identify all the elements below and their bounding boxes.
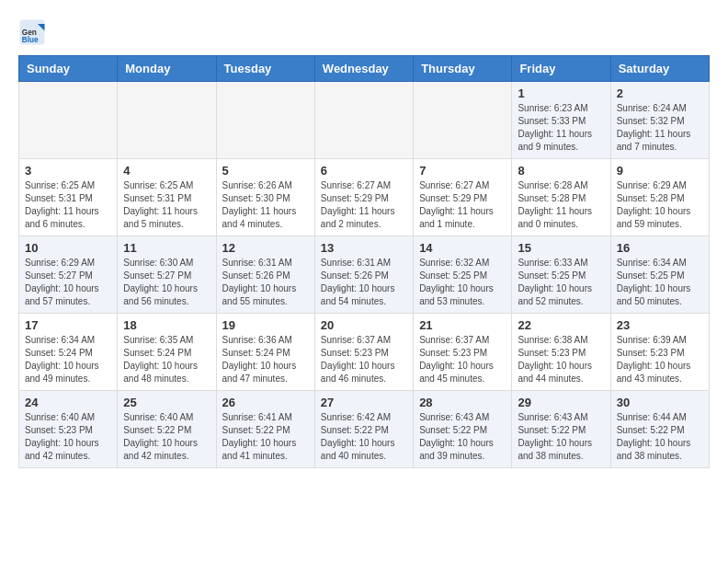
day-number: 9: [617, 164, 703, 178]
day-info: Sunrise: 6:41 AM Sunset: 5:22 PM Dayligh…: [222, 411, 309, 463]
calendar-day-5: 5Sunrise: 6:26 AM Sunset: 5:30 PM Daylig…: [216, 159, 314, 236]
day-number: 17: [25, 318, 111, 332]
calendar-day-empty: [216, 82, 314, 159]
day-info: Sunrise: 6:23 AM Sunset: 5:33 PM Dayligh…: [518, 102, 604, 154]
day-number: 7: [419, 164, 506, 178]
calendar-day-empty: [414, 82, 512, 159]
day-number: 19: [222, 318, 309, 332]
calendar-day-empty: [314, 82, 413, 159]
day-number: 16: [617, 241, 703, 255]
calendar-day-6: 6Sunrise: 6:27 AM Sunset: 5:29 PM Daylig…: [314, 159, 413, 236]
day-info: Sunrise: 6:24 AM Sunset: 5:32 PM Dayligh…: [617, 102, 703, 154]
day-info: Sunrise: 6:40 AM Sunset: 5:23 PM Dayligh…: [25, 411, 111, 463]
day-info: Sunrise: 6:44 AM Sunset: 5:22 PM Dayligh…: [617, 411, 703, 463]
day-info: Sunrise: 6:25 AM Sunset: 5:31 PM Dayligh…: [25, 179, 111, 231]
day-number: 11: [123, 241, 210, 255]
day-info: Sunrise: 6:25 AM Sunset: 5:31 PM Dayligh…: [123, 179, 210, 231]
calendar-day-12: 12Sunrise: 6:31 AM Sunset: 5:26 PM Dayli…: [216, 236, 314, 314]
day-number: 10: [25, 241, 111, 255]
calendar-day-30: 30Sunrise: 6:44 AM Sunset: 5:22 PM Dayli…: [610, 391, 709, 468]
calendar-week-row: 1Sunrise: 6:23 AM Sunset: 5:33 PM Daylig…: [19, 82, 710, 159]
day-number: 27: [321, 396, 407, 409]
weekday-header-wednesday: Wednesday: [314, 56, 413, 82]
calendar-day-21: 21Sunrise: 6:37 AM Sunset: 5:23 PM Dayli…: [414, 314, 512, 391]
weekday-header-monday: Monday: [118, 56, 216, 82]
day-info: Sunrise: 6:43 AM Sunset: 5:22 PM Dayligh…: [419, 411, 506, 463]
day-info: Sunrise: 6:34 AM Sunset: 5:24 PM Dayligh…: [25, 334, 111, 385]
day-info: Sunrise: 6:29 AM Sunset: 5:27 PM Dayligh…: [25, 257, 111, 308]
calendar-day-17: 17Sunrise: 6:34 AM Sunset: 5:24 PM Dayli…: [19, 314, 118, 391]
calendar-day-9: 9Sunrise: 6:29 AM Sunset: 5:28 PM Daylig…: [610, 159, 709, 236]
calendar-day-11: 11Sunrise: 6:30 AM Sunset: 5:27 PM Dayli…: [118, 236, 216, 314]
day-info: Sunrise: 6:32 AM Sunset: 5:25 PM Dayligh…: [419, 257, 506, 308]
day-number: 22: [518, 318, 604, 332]
day-info: Sunrise: 6:31 AM Sunset: 5:26 PM Dayligh…: [222, 257, 309, 308]
day-number: 5: [222, 164, 309, 178]
day-info: Sunrise: 6:28 AM Sunset: 5:28 PM Dayligh…: [518, 179, 604, 231]
weekday-header-tuesday: Tuesday: [216, 56, 314, 82]
day-number: 1: [518, 86, 604, 100]
day-info: Sunrise: 6:29 AM Sunset: 5:28 PM Dayligh…: [617, 179, 703, 231]
day-info: Sunrise: 6:30 AM Sunset: 5:27 PM Dayligh…: [123, 257, 210, 308]
logo: Gen Blue: [18, 18, 51, 46]
calendar: SundayMondayTuesdayWednesdayThursdayFrid…: [18, 55, 710, 468]
day-number: 13: [321, 241, 407, 255]
svg-text:Blue: Blue: [22, 36, 39, 44]
weekday-header-saturday: Saturday: [610, 56, 709, 82]
weekday-header-thursday: Thursday: [414, 56, 512, 82]
day-number: 2: [617, 86, 703, 100]
calendar-day-25: 25Sunrise: 6:40 AM Sunset: 5:22 PM Dayli…: [118, 391, 216, 468]
header: Gen Blue: [18, 18, 710, 46]
day-info: Sunrise: 6:27 AM Sunset: 5:29 PM Dayligh…: [321, 179, 407, 231]
calendar-day-24: 24Sunrise: 6:40 AM Sunset: 5:23 PM Dayli…: [19, 391, 118, 468]
logo-icon: Gen Blue: [18, 18, 46, 46]
day-info: Sunrise: 6:31 AM Sunset: 5:26 PM Dayligh…: [321, 257, 407, 308]
day-number: 14: [419, 241, 506, 255]
day-info: Sunrise: 6:26 AM Sunset: 5:30 PM Dayligh…: [222, 179, 309, 231]
day-info: Sunrise: 6:43 AM Sunset: 5:22 PM Dayligh…: [518, 411, 604, 463]
calendar-day-19: 19Sunrise: 6:36 AM Sunset: 5:24 PM Dayli…: [216, 314, 314, 391]
calendar-week-row: 10Sunrise: 6:29 AM Sunset: 5:27 PM Dayli…: [19, 236, 710, 314]
calendar-day-16: 16Sunrise: 6:34 AM Sunset: 5:25 PM Dayli…: [610, 236, 709, 314]
day-number: 4: [123, 164, 210, 178]
day-info: Sunrise: 6:37 AM Sunset: 5:23 PM Dayligh…: [321, 334, 407, 385]
calendar-day-1: 1Sunrise: 6:23 AM Sunset: 5:33 PM Daylig…: [512, 82, 610, 159]
weekday-header-friday: Friday: [512, 56, 610, 82]
day-number: 12: [222, 241, 309, 255]
day-number: 15: [518, 241, 604, 255]
day-number: 21: [419, 318, 506, 332]
day-info: Sunrise: 6:42 AM Sunset: 5:22 PM Dayligh…: [321, 411, 407, 463]
day-number: 20: [321, 318, 407, 332]
calendar-day-7: 7Sunrise: 6:27 AM Sunset: 5:29 PM Daylig…: [414, 159, 512, 236]
day-number: 8: [518, 164, 604, 178]
calendar-day-20: 20Sunrise: 6:37 AM Sunset: 5:23 PM Dayli…: [314, 314, 413, 391]
day-number: 24: [25, 396, 111, 409]
day-info: Sunrise: 6:33 AM Sunset: 5:25 PM Dayligh…: [518, 257, 604, 308]
day-info: Sunrise: 6:37 AM Sunset: 5:23 PM Dayligh…: [419, 334, 506, 385]
day-number: 18: [123, 318, 210, 332]
calendar-day-15: 15Sunrise: 6:33 AM Sunset: 5:25 PM Dayli…: [512, 236, 610, 314]
calendar-week-row: 17Sunrise: 6:34 AM Sunset: 5:24 PM Dayli…: [19, 314, 710, 391]
day-number: 23: [617, 318, 703, 332]
day-info: Sunrise: 6:27 AM Sunset: 5:29 PM Dayligh…: [419, 179, 506, 231]
calendar-day-22: 22Sunrise: 6:38 AM Sunset: 5:23 PM Dayli…: [512, 314, 610, 391]
day-info: Sunrise: 6:36 AM Sunset: 5:24 PM Dayligh…: [222, 334, 309, 385]
calendar-day-26: 26Sunrise: 6:41 AM Sunset: 5:22 PM Dayli…: [216, 391, 314, 468]
day-info: Sunrise: 6:38 AM Sunset: 5:23 PM Dayligh…: [518, 334, 604, 385]
weekday-header-sunday: Sunday: [19, 56, 118, 82]
day-number: 3: [25, 164, 111, 178]
calendar-day-empty: [19, 82, 118, 159]
day-number: 25: [123, 396, 210, 409]
day-number: 30: [617, 396, 703, 409]
calendar-day-18: 18Sunrise: 6:35 AM Sunset: 5:24 PM Dayli…: [118, 314, 216, 391]
day-number: 26: [222, 396, 309, 409]
day-info: Sunrise: 6:39 AM Sunset: 5:23 PM Dayligh…: [617, 334, 703, 385]
day-info: Sunrise: 6:35 AM Sunset: 5:24 PM Dayligh…: [123, 334, 210, 385]
calendar-week-row: 3Sunrise: 6:25 AM Sunset: 5:31 PM Daylig…: [19, 159, 710, 236]
calendar-day-4: 4Sunrise: 6:25 AM Sunset: 5:31 PM Daylig…: [118, 159, 216, 236]
calendar-day-23: 23Sunrise: 6:39 AM Sunset: 5:23 PM Dayli…: [610, 314, 709, 391]
day-number: 28: [419, 396, 506, 409]
calendar-day-empty: [118, 82, 216, 159]
day-number: 6: [321, 164, 407, 178]
calendar-day-29: 29Sunrise: 6:43 AM Sunset: 5:22 PM Dayli…: [512, 391, 610, 468]
